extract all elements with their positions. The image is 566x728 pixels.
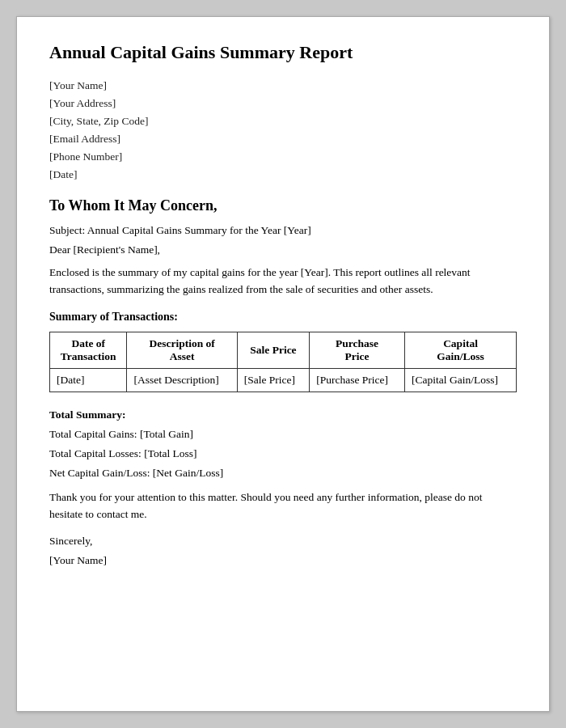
col-header-purchase-price: PurchasePrice [310,332,405,369]
sender-info: [Your Name] [Your Address] [City, State,… [49,79,517,181]
sign-name: [Your Name] [49,554,517,567]
sender-phone: [Phone Number] [49,150,517,163]
report-title: Annual Capital Gains Summary Report [49,41,517,65]
total-summary-section: Total Summary: Total Capital Gains: [Tot… [49,408,517,480]
net-gain-loss: Net Capital Gain/Loss: [Net Gain/Loss] [49,467,517,480]
col-header-description: Description ofAsset [127,332,237,369]
table-row: [Date] [Asset Description] [Sale Price] … [50,369,517,392]
sender-date: [Date] [49,168,517,181]
sender-city-state-zip: [City, State, Zip Code] [49,115,517,128]
sincerely-label: Sincerely, [49,535,517,548]
sender-name: [Your Name] [49,79,517,92]
cell-purchase-price: [Purchase Price] [310,369,405,392]
subject-line: Subject: Annual Capital Gains Summary fo… [49,224,517,237]
summary-heading: Summary of Transactions: [49,311,517,324]
col-header-capital-gain-loss: CapitalGain/Loss [405,332,517,369]
col-header-date: Date ofTransaction [50,332,127,369]
total-losses: Total Capital Losses: [Total Loss] [49,447,517,460]
total-gains: Total Capital Gains: [Total Gain] [49,428,517,441]
cell-sale-price: [Sale Price] [237,369,309,392]
sender-address: [Your Address] [49,97,517,110]
intro-paragraph: Enclosed is the summary of my capital ga… [49,265,517,298]
dear-line: Dear [Recipient's Name], [49,243,517,256]
transactions-table: Date ofTransaction Description ofAsset S… [49,332,517,392]
cell-date: [Date] [50,369,127,392]
closing-paragraph: Thank you for your attention to this mat… [49,489,517,523]
sender-email: [Email Address] [49,133,517,146]
col-header-sale-price: Sale Price [237,332,309,369]
cell-description: [Asset Description] [127,369,237,392]
cell-capital-gain-loss: [Capital Gain/Loss] [405,369,517,392]
total-heading: Total Summary: [49,408,517,421]
table-header-row: Date ofTransaction Description ofAsset S… [50,332,517,369]
greeting: To Whom It May Concern, [49,197,517,214]
document-page: Annual Capital Gains Summary Report [You… [16,16,550,712]
